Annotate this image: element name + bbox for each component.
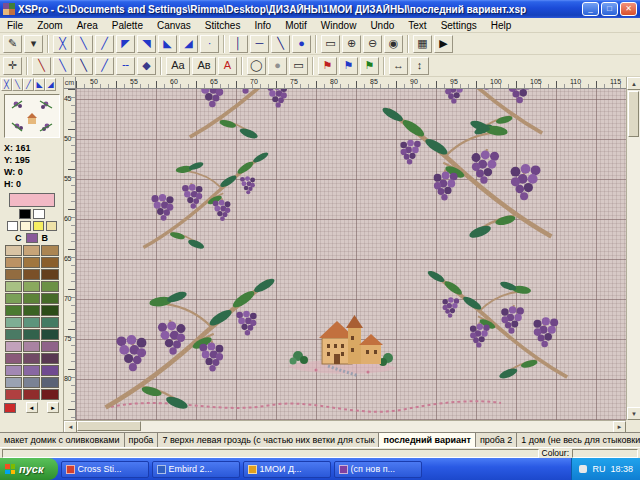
menu-item-text[interactable]: Text: [401, 19, 433, 32]
backstitch-medium-button[interactable]: ╲: [53, 57, 72, 75]
palette-swatch[interactable]: [5, 281, 22, 292]
stitch-dir-full-button[interactable]: ╳: [1, 78, 12, 91]
grid-toggle-button[interactable]: ▦: [413, 35, 432, 53]
menu-item-settings[interactable]: Settings: [434, 19, 484, 32]
quick-color-swatch[interactable]: [7, 221, 18, 231]
language-indicator[interactable]: RU: [592, 464, 605, 474]
zoom-actual-button[interactable]: ◉: [384, 35, 403, 53]
menu-item-help[interactable]: Help: [484, 19, 519, 32]
palette-swatch[interactable]: [23, 353, 40, 364]
quick-color-swatch[interactable]: [33, 221, 44, 231]
flag-marker-blue-button[interactable]: ⚑: [339, 57, 358, 75]
palette-scroll-left-button[interactable]: ◄: [26, 402, 38, 413]
stitch-canvas[interactable]: [76, 89, 626, 420]
pencil-tool-button[interactable]: ✎: [3, 35, 22, 53]
flag-marker-green-button[interactable]: ⚑: [360, 57, 379, 75]
menu-item-info[interactable]: Info: [247, 19, 278, 32]
palette-swatch[interactable]: [41, 305, 58, 316]
stitch-dir-forward-button[interactable]: ╱: [23, 78, 34, 91]
half-stitch-forward-button[interactable]: ╱: [95, 35, 114, 53]
menu-item-motif[interactable]: Motif: [278, 19, 314, 32]
backstitch-thick-button[interactable]: ╲: [74, 57, 93, 75]
half-stitch-back-button[interactable]: ╲: [74, 35, 93, 53]
palette-swatch[interactable]: [41, 293, 58, 304]
menu-item-file[interactable]: File: [0, 19, 30, 32]
palette-swatch[interactable]: [23, 365, 40, 376]
cb-color-swatch[interactable]: [26, 233, 38, 243]
palette-swatch[interactable]: [41, 353, 58, 364]
filled-ellipse-tool-button[interactable]: ●: [268, 57, 287, 75]
palette-swatch[interactable]: [5, 341, 22, 352]
sheet-tab[interactable]: проба 2: [476, 433, 517, 447]
palette-swatch[interactable]: [41, 269, 58, 280]
palette-swatch[interactable]: [5, 353, 22, 364]
french-knot-button[interactable]: ●: [292, 35, 311, 53]
zoom-in-button[interactable]: ⊕: [342, 35, 361, 53]
palette-swatch[interactable]: [41, 245, 58, 256]
palette-swatch[interactable]: [41, 281, 58, 292]
three-quarter-stitch-bl-button[interactable]: ◣: [158, 35, 177, 53]
palette-swatch[interactable]: [5, 305, 22, 316]
palette-swatch[interactable]: [23, 305, 40, 316]
running-stitch-button[interactable]: ╌: [116, 57, 135, 75]
sheet-tab[interactable]: 7 верхн левая гроздь (с частью них ветки…: [158, 433, 379, 447]
tray-app-icon[interactable]: [579, 465, 587, 473]
rectangle-tool-button[interactable]: ▭: [289, 57, 308, 75]
menu-item-palette[interactable]: Palette: [105, 19, 150, 32]
task-button[interactable]: Embird 2...: [152, 461, 240, 478]
ellipse-tool-button[interactable]: ◯: [247, 57, 266, 75]
stitch-dir-back-button[interactable]: ╲: [12, 78, 23, 91]
sheet-tab[interactable]: последний вариант: [379, 433, 475, 447]
palette-swatch[interactable]: [41, 365, 58, 376]
close-button[interactable]: ✕: [620, 2, 637, 16]
eyedropper-tool-button[interactable]: ✛: [3, 57, 22, 75]
palette-swatch[interactable]: [5, 293, 22, 304]
palette-swatch[interactable]: [5, 257, 22, 268]
highlight-color-swatch[interactable]: [4, 403, 16, 413]
stitch-dir-quarter-bl-button[interactable]: ◣: [34, 78, 45, 91]
palette-swatch[interactable]: [41, 377, 58, 388]
palette-swatch[interactable]: [5, 365, 22, 376]
palette-swatch[interactable]: [5, 245, 22, 256]
flag-marker-red-button[interactable]: ⚑: [318, 57, 337, 75]
backstitch-vertical-button[interactable]: │: [229, 35, 248, 53]
quarter-stitch-button[interactable]: ·: [200, 35, 219, 53]
backstitch-horizontal-button[interactable]: ─: [250, 35, 269, 53]
horizontal-scrollbar[interactable]: ◄ ►: [64, 420, 626, 432]
sheet-tab[interactable]: 1 дом (не весь для стыковки): [517, 433, 640, 447]
menu-item-window[interactable]: Window: [314, 19, 364, 32]
palette-swatch[interactable]: [23, 257, 40, 268]
palette-swatch[interactable]: [5, 389, 22, 400]
horizontal-scroll-thumb[interactable]: [77, 421, 141, 431]
palette-swatch[interactable]: [41, 329, 58, 340]
palette-swatch[interactable]: [41, 341, 58, 352]
palette-swatch[interactable]: [41, 389, 58, 400]
menu-item-canvas[interactable]: Canvas: [150, 19, 198, 32]
palette-swatch[interactable]: [23, 281, 40, 292]
three-quarter-stitch-tl-button[interactable]: ◤: [116, 35, 135, 53]
palette-swatch[interactable]: [23, 389, 40, 400]
palette-swatch[interactable]: [41, 317, 58, 328]
vertical-scroll-thumb[interactable]: [628, 91, 639, 137]
scroll-down-button[interactable]: ▼: [627, 407, 640, 420]
arrow-tool-button[interactable]: ▶: [434, 35, 453, 53]
sheet-tab[interactable]: макет домик с оливковками: [0, 433, 125, 447]
menu-item-undo[interactable]: Undo: [363, 19, 401, 32]
palette-swatch[interactable]: [23, 245, 40, 256]
backstitch-diagonal-button[interactable]: ╲: [271, 35, 290, 53]
text-tool-button[interactable]: Aa: [166, 57, 190, 75]
task-button[interactable]: (сп нов п...: [334, 461, 422, 478]
quick-color-swatch[interactable]: [20, 221, 31, 231]
mirror-vertical-button[interactable]: ↕: [410, 57, 429, 75]
select-rectangle-button[interactable]: ▭: [321, 35, 340, 53]
bw-swatch[interactable]: [33, 209, 45, 219]
clock[interactable]: 18:38: [610, 464, 633, 474]
bw-swatch[interactable]: [19, 209, 31, 219]
minimize-button[interactable]: _: [582, 2, 599, 16]
vertical-scrollbar[interactable]: ▲ ▼: [626, 77, 640, 420]
palette-swatch[interactable]: [41, 257, 58, 268]
palette-swatch[interactable]: [23, 329, 40, 340]
longstitch-button[interactable]: ╱: [95, 57, 114, 75]
palette-swatch[interactable]: [23, 317, 40, 328]
c-toggle[interactable]: C: [15, 233, 22, 243]
